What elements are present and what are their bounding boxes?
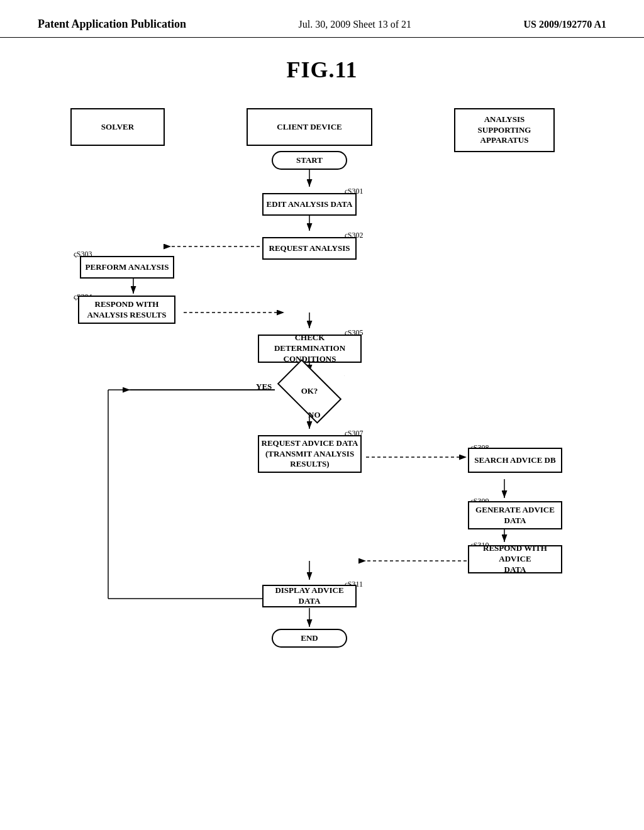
no-label: NO bbox=[308, 410, 321, 420]
end-box: END bbox=[272, 629, 347, 648]
request-analysis-box: REQUEST ANALYSIS bbox=[262, 237, 357, 260]
figure-title: FIG.11 bbox=[0, 57, 644, 83]
column-analysis-supporting: ANALYSIS SUPPORTING APPARATUS bbox=[454, 108, 555, 152]
respond-analysis-results-box: RESPOND WITH ANALYSIS RESULTS bbox=[78, 296, 175, 324]
header-date-sheet: Jul. 30, 2009 Sheet 13 of 21 bbox=[298, 19, 411, 30]
page-header: Patent Application Publication Jul. 30, … bbox=[0, 0, 644, 38]
header-publication: Patent Application Publication bbox=[38, 18, 186, 31]
search-advice-db-box: SEARCH ADVICE DB bbox=[468, 448, 562, 473]
request-advice-data-box: REQUEST ADVICE DATA (TRANSMIT ANALYSIS R… bbox=[258, 435, 362, 473]
ok-diamond: OK? bbox=[275, 372, 344, 410]
start-box: START bbox=[272, 151, 347, 170]
header-patent-number: US 2009/192770 A1 bbox=[523, 19, 606, 30]
perform-analysis-box: PERFORM ANALYSIS bbox=[80, 256, 174, 279]
check-determination-box: CHECK DETERMINATION CONDITIONS bbox=[258, 335, 362, 363]
display-advice-data-box: DISPLAY ADVICE DATA bbox=[262, 585, 357, 607]
generate-advice-data-box: GENERATE ADVICE DATA bbox=[468, 501, 562, 529]
column-solver: SOLVER bbox=[70, 108, 165, 146]
respond-advice-data-box: RESPOND WITH ADVICE DATA bbox=[468, 545, 562, 573]
diagram-area: SOLVER CLIENT DEVICE ANALYSIS SUPPORTING… bbox=[39, 96, 605, 787]
edit-analysis-data-box: EDIT ANALYSIS DATA bbox=[262, 193, 357, 216]
yes-label: YES bbox=[256, 382, 272, 392]
column-client-device: CLIENT DEVICE bbox=[247, 108, 372, 146]
